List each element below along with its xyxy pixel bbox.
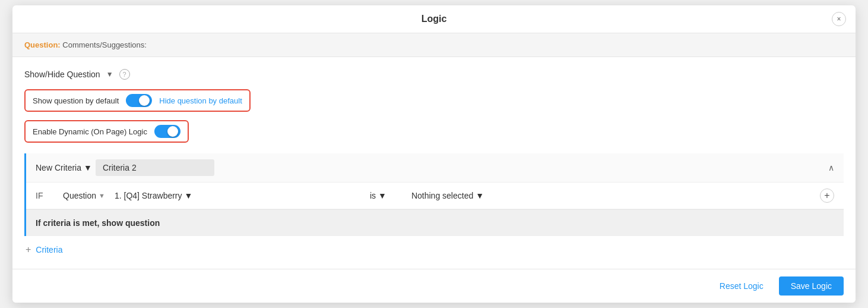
dynamic-toggle-thumb (167, 126, 178, 137)
question-bar: Question: Comments/Suggestions: (12, 33, 856, 57)
reset-logic-button[interactable]: Reset Logic (710, 276, 773, 296)
logic-modal: Logic × Question: Comments/Suggestions: … (12, 5, 856, 303)
show-hide-dropdown-icon[interactable]: ▼ (106, 70, 113, 78)
hide-default-label: Hide question by default (159, 96, 242, 105)
if-type-select[interactable]: Question ▼ (59, 188, 109, 203)
show-hide-label: Show/Hide Question (24, 70, 100, 79)
show-hide-toggle-wrapper: Show question by default Hide question b… (24, 89, 251, 112)
if-type-label: Question (63, 191, 96, 200)
new-criteria-caret: ▼ (84, 163, 92, 172)
if-is-caret: ▼ (378, 191, 387, 200)
show-hide-row: Show/Hide Question ▼ ? (24, 69, 844, 80)
criteria-header: New Criteria ▼ ∧ (26, 153, 844, 183)
save-logic-button[interactable]: Save Logic (779, 276, 844, 296)
modal-header: Logic × (12, 5, 856, 33)
if-type-caret: ▼ (99, 192, 105, 199)
if-label: IF (36, 191, 53, 200)
if-question-select[interactable]: 1. [Q4] Strawberry ▼ (115, 191, 364, 200)
add-criteria-button[interactable]: Criteria (36, 245, 62, 254)
show-question-row: If criteria is met, show question (26, 209, 844, 236)
dynamic-logic-label: Enable Dynamic (On Page) Logic (33, 127, 147, 136)
new-criteria-select[interactable]: New Criteria ▼ (36, 163, 92, 172)
help-icon[interactable]: ? (119, 69, 130, 80)
modal-title: Logic (422, 14, 447, 24)
if-row: IF Question ▼ 1. [Q4] Strawberry ▼ is ▼ … (26, 183, 844, 209)
show-question-text: If criteria is met, show question (36, 218, 160, 228)
if-nothing-select[interactable]: Nothing selected ▼ (411, 191, 814, 200)
question-bar-label: Question: (24, 40, 61, 49)
show-default-toggle[interactable] (126, 94, 152, 107)
if-is-select[interactable]: is ▼ (370, 191, 406, 200)
show-default-group: Show question by default Hide question b… (24, 89, 844, 112)
dynamic-logic-row: Enable Dynamic (On Page) Logic (24, 120, 189, 143)
modal-footer: Reset Logic Save Logic (12, 269, 856, 303)
add-condition-button[interactable]: + (820, 188, 834, 203)
if-question-label: 1. [Q4] Strawberry (115, 191, 182, 200)
show-default-label: Show question by default (33, 96, 119, 105)
dynamic-logic-toggle[interactable] (154, 125, 180, 138)
modal-body: Show/Hide Question ▼ ? Show question by … (12, 57, 856, 291)
criteria-name-input[interactable] (96, 159, 214, 176)
toggle-thumb (139, 95, 150, 106)
criteria-collapse-icon[interactable]: ∧ (828, 163, 834, 172)
if-nothing-caret: ▼ (476, 191, 484, 200)
if-nothing-label: Nothing selected (411, 191, 473, 200)
add-criteria-row: + Criteria (24, 244, 844, 255)
criteria-container: New Criteria ▼ ∧ IF Question ▼ 1. [Q4] S… (24, 153, 844, 236)
new-criteria-label: New Criteria (36, 163, 81, 172)
toggle-track[interactable] (126, 94, 152, 107)
dynamic-toggle-track[interactable] (154, 125, 180, 138)
if-question-caret: ▼ (185, 191, 193, 200)
add-criteria-plus-icon: + (26, 244, 31, 255)
criteria-name-select: New Criteria ▼ (36, 159, 214, 176)
if-is-label: is (370, 191, 376, 200)
question-bar-text: Comments/Suggestions: (62, 40, 147, 49)
close-button[interactable]: × (832, 12, 846, 26)
